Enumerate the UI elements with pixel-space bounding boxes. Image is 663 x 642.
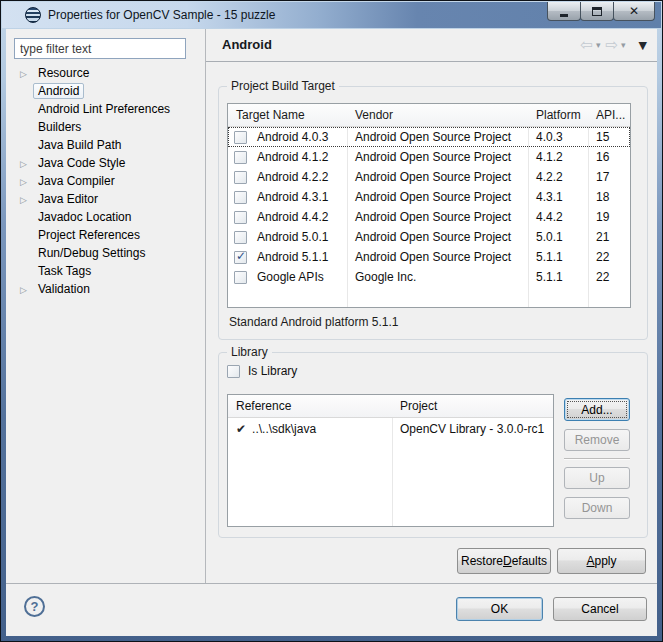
- page-title: Android: [222, 37, 272, 52]
- row-checkbox[interactable]: [234, 191, 247, 204]
- sidebar-item-java-code-style[interactable]: ▷ Java Code Style: [8, 155, 204, 173]
- column-header-reference[interactable]: Reference: [228, 399, 392, 413]
- back-icon[interactable]: ⇦: [580, 36, 593, 54]
- column-header-target-name[interactable]: Target Name: [228, 108, 347, 122]
- vendor: Android Open Source Project: [347, 130, 528, 144]
- panel-divider: [205, 29, 206, 583]
- app-icon: [25, 7, 41, 23]
- bottom-bar: ? OK Cancel: [6, 583, 657, 636]
- down-button[interactable]: Down: [564, 497, 630, 519]
- sidebar-item-task-tags[interactable]: ▷ Task Tags: [8, 263, 204, 281]
- help-button[interactable]: ?: [24, 596, 45, 617]
- remove-button[interactable]: Remove: [564, 429, 630, 451]
- window-title: Properties for OpenCV Sample - 15 puzzle: [48, 2, 275, 28]
- vendor: Android Open Source Project: [347, 210, 528, 224]
- target-name: Google APIs: [257, 270, 324, 284]
- table-row[interactable]: Google APIs Google Inc. 5.1.1 22: [228, 267, 630, 287]
- sidebar-item-javadoc-location[interactable]: ▷ Javadoc Location: [8, 209, 204, 227]
- row-checkbox[interactable]: [234, 271, 247, 284]
- column-header-vendor[interactable]: Vendor: [347, 108, 528, 122]
- table-row[interactable]: Android 4.0.3 Android Open Source Projec…: [228, 127, 630, 147]
- sidebar-item-validation[interactable]: ▷ Validation: [8, 281, 204, 299]
- sidebar-item-android[interactable]: ▷ Android: [8, 83, 204, 101]
- platform: 4.2.2: [528, 170, 588, 184]
- filter-input[interactable]: [14, 38, 186, 59]
- platform: 4.0.3: [528, 130, 588, 144]
- column-header-api[interactable]: API...: [588, 108, 630, 122]
- restore-defaults-button[interactable]: Restore Defaults: [457, 548, 551, 574]
- target-name: Android 5.0.1: [257, 230, 328, 244]
- api-level: 18: [588, 190, 630, 204]
- project-name: OpenCV Library - 3.0.0-rc1: [392, 422, 553, 436]
- platform: 4.4.2: [528, 210, 588, 224]
- is-library-label: Is Library: [248, 364, 297, 378]
- twisty-icon[interactable]: ▷: [20, 282, 27, 299]
- ok-button[interactable]: OK: [456, 597, 543, 621]
- target-name: Android 4.3.1: [257, 190, 328, 204]
- close-button[interactable]: ✕: [613, 2, 655, 21]
- table-row[interactable]: Android 5.0.1 Android Open Source Projec…: [228, 227, 630, 247]
- row-checkbox[interactable]: [234, 151, 247, 164]
- target-name: Android 4.0.3: [257, 130, 328, 144]
- window-controls: ✕: [548, 2, 655, 21]
- twisty-icon[interactable]: ▷: [20, 192, 27, 209]
- vendor: Android Open Source Project: [347, 170, 528, 184]
- maximize-icon: [592, 7, 602, 16]
- minimize-icon: [560, 14, 568, 17]
- up-button[interactable]: Up: [564, 467, 630, 489]
- forward-icon[interactable]: ⇨: [605, 36, 618, 54]
- table-row[interactable]: Android 4.1.2 Android Open Source Projec…: [228, 147, 630, 167]
- maximize-button[interactable]: [580, 2, 614, 21]
- twisty-icon[interactable]: ▷: [20, 156, 27, 173]
- table-row[interactable]: Android 4.4.2 Android Open Source Projec…: [228, 207, 630, 227]
- reference-path: ..\..\sdk\java: [252, 422, 316, 436]
- help-icon: ?: [31, 599, 39, 614]
- platform: 4.1.2: [528, 150, 588, 164]
- table-row[interactable]: ✔ ..\..\sdk\java OpenCV Library - 3.0.0-…: [228, 418, 553, 440]
- build-target-table: Target Name Vendor Platform API... Andro…: [227, 103, 631, 308]
- table-row[interactable]: Android 4.2.2 Android Open Source Projec…: [228, 167, 630, 187]
- api-level: 19: [588, 210, 630, 224]
- row-checkbox[interactable]: [234, 231, 247, 244]
- row-checkbox[interactable]: [234, 171, 247, 184]
- api-level: 21: [588, 230, 630, 244]
- minimize-button[interactable]: [547, 2, 581, 21]
- vendor: Android Open Source Project: [347, 250, 528, 264]
- header-toolbar: ⇦ ▾ ⇨ ▾ ▼: [580, 36, 647, 54]
- vendor: Google Inc.: [347, 270, 528, 284]
- view-menu-icon[interactable]: ▼: [639, 39, 647, 52]
- sidebar-item-resource[interactable]: ▷ Resource: [8, 65, 204, 83]
- is-library-checkbox[interactable]: [227, 365, 240, 378]
- table-row[interactable]: Android 4.3.1 Android Open Source Projec…: [228, 187, 630, 207]
- cancel-button[interactable]: Cancel: [553, 597, 647, 621]
- forward-menu-caret-icon[interactable]: ▾: [621, 40, 626, 50]
- sidebar-item-java-editor[interactable]: ▷ Java Editor: [8, 191, 204, 209]
- close-icon: ✕: [629, 4, 639, 18]
- sidebar-item-project-references[interactable]: ▷ Project References: [8, 227, 204, 245]
- twisty-icon[interactable]: ▷: [20, 174, 27, 191]
- add-button[interactable]: Add...: [564, 398, 630, 421]
- sidebar-item-java-compiler[interactable]: ▷ Java Compiler: [8, 173, 204, 191]
- row-checkbox[interactable]: [234, 211, 247, 224]
- platform: 5.1.1: [528, 250, 588, 264]
- table-header-row: Target Name Vendor Platform API...: [228, 104, 630, 127]
- column-header-project[interactable]: Project: [392, 399, 553, 413]
- back-menu-caret-icon[interactable]: ▾: [596, 40, 601, 50]
- apply-button[interactable]: Apply: [557, 548, 646, 574]
- sidebar-item-builders[interactable]: ▷ Builders: [8, 119, 204, 137]
- titlebar: Properties for OpenCV Sample - 15 puzzle…: [2, 2, 661, 28]
- row-checkbox[interactable]: [234, 131, 247, 144]
- dialog-body: ▷ Resource ▷ Android ▷ Android Lint Pref…: [6, 29, 657, 636]
- library-group: Library Is Library Reference Project ✔ .…: [218, 352, 648, 538]
- platform: 5.0.1: [528, 230, 588, 244]
- twisty-icon[interactable]: ▷: [20, 66, 27, 83]
- preferences-tree: ▷ Resource ▷ Android ▷ Android Lint Pref…: [8, 65, 204, 299]
- target-name: Android 4.2.2: [257, 170, 328, 184]
- sidebar-item-run-debug-settings[interactable]: ▷ Run/Debug Settings: [8, 245, 204, 263]
- sidebar-item-java-build-path[interactable]: ▷ Java Build Path: [8, 137, 204, 155]
- check-icon: ✔: [236, 422, 246, 436]
- row-checkbox[interactable]: [234, 251, 247, 264]
- column-header-platform[interactable]: Platform: [528, 108, 588, 122]
- sidebar-item-android-lint-preferences[interactable]: ▷ Android Lint Preferences: [8, 101, 204, 119]
- table-row[interactable]: Android 5.1.1 Android Open Source Projec…: [228, 247, 630, 267]
